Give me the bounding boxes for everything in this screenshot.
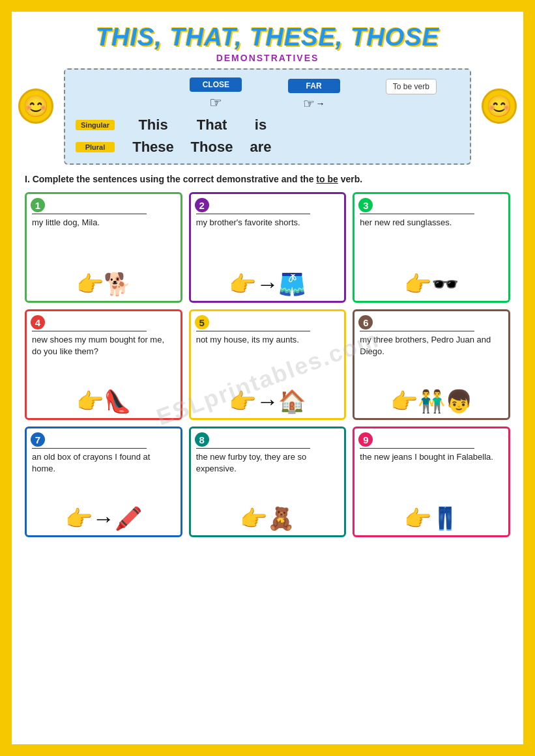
ex-text-7: an old box of crayons I found at home.: [32, 451, 175, 475]
ex-image-3: 👉🕶️: [360, 234, 503, 297]
close-label: CLOSE: [203, 80, 229, 89]
tobe-label: To be verb: [393, 82, 429, 91]
ex-line-4: [32, 331, 147, 331]
ex-num-9: 9: [358, 432, 373, 447]
exercise-card-1: 1 my little dog, Mila. 👉🐕: [25, 192, 182, 303]
demo-table: CLOSE ☞ FAR ☞ → To be verb: [64, 68, 471, 165]
shoes-icon: 👉👠: [76, 388, 131, 414]
house-icon: 👉→🏠: [229, 388, 306, 414]
plural-badge: Plural: [76, 142, 115, 152]
instruction-text: I. Complete the sentences using the corr…: [25, 174, 510, 184]
ex-num-7: 7: [31, 432, 45, 447]
demo-row-plural: Plural These Those are: [76, 139, 459, 156]
ex-line-8: [196, 448, 311, 449]
hand-point-icon: ☞: [209, 94, 222, 111]
ex-text-9: the new jeans I bought in Falabella.: [360, 451, 503, 463]
ex-num-4: 4: [31, 315, 45, 329]
brothers-icon: 👉👬👦: [390, 388, 472, 414]
ex-line-3: [360, 214, 474, 214]
hand-arrow-icon: ☞ →: [303, 96, 325, 111]
those-word: Those: [182, 139, 241, 156]
tobe-card: To be verb: [386, 79, 437, 94]
ex-text-2: my brother's favorite shorts.: [196, 217, 340, 229]
ex-image-2: 👉→🩳: [196, 234, 340, 297]
ex-image-8: 👉🧸: [196, 480, 340, 531]
ex-line-7: [32, 448, 147, 449]
exercise-card-6: 6 my three brothers, Pedro Juan and Dieg…: [353, 309, 510, 420]
ex-text-6: my three brothers, Pedro Juan and Diego.: [360, 334, 503, 357]
far-label: FAR: [306, 81, 322, 91]
exercise-card-2: 2 my brother's favorite shorts. 👉→🩳: [189, 192, 347, 303]
ex-text-1: my little dog, Mila.: [32, 217, 175, 229]
ex-image-7: 👉→🖍️: [32, 480, 175, 531]
icon-col-close: CLOSE ☞: [190, 77, 242, 111]
smiley-right: 😊: [482, 89, 517, 124]
exercise-card-4: 4 new shoes my mum bought for me, do you…: [25, 309, 182, 420]
ex-text-4: new shoes my mum bought for me, do you l…: [32, 334, 175, 357]
this-word: This: [124, 117, 182, 133]
ex-num-8: 8: [195, 432, 209, 447]
ex-num-6: 6: [358, 315, 373, 329]
shorts-icon: 👉→🩳: [229, 271, 306, 297]
far-card: FAR: [288, 79, 340, 93]
smiley-left: 😊: [18, 89, 53, 124]
are-word: are: [241, 139, 280, 156]
dog-icon: 👉🐕: [76, 271, 131, 297]
exercise-grid: 1 my little dog, Mila. 👉🐕 2 my brother's…: [25, 192, 510, 537]
ex-image-6: 👉👬👦: [360, 363, 503, 414]
ex-line-9: [360, 448, 474, 449]
crayons-icon: 👉→🖍️: [65, 505, 142, 531]
these-word: These: [124, 139, 182, 156]
ex-num-1: 1: [31, 198, 45, 212]
ex-image-9: 👉👖: [360, 468, 503, 531]
exercise-card-9: 9 the new jeans I bought in Falabella. 👉…: [353, 427, 510, 537]
sunglasses-icon: 👉🕶️: [404, 271, 459, 297]
ex-line-5: [196, 331, 311, 331]
furby-icon: 👉🧸: [240, 505, 295, 531]
jeans-icon: 👉👖: [404, 505, 459, 531]
ex-num-3: 3: [358, 198, 373, 212]
ex-text-3: her new red sunglasses.: [360, 217, 503, 229]
icon-col-tobe: To be verb: [386, 79, 437, 111]
ex-text-8: the new furby toy, they are so expensive…: [196, 451, 340, 475]
exercise-card-8: 8 the new furby toy, they are so expensi…: [189, 427, 347, 537]
demo-icons-row: CLOSE ☞ FAR ☞ → To be verb: [76, 77, 459, 111]
ex-image-1: 👉🐕: [32, 234, 175, 297]
main-title: THIS, THAT, THESE, THOSE: [96, 23, 439, 51]
ex-text-5: not my house, its my aunts.: [196, 334, 340, 346]
ex-line-1: [32, 214, 147, 214]
close-card: CLOSE: [190, 77, 242, 92]
that-word: That: [182, 117, 241, 133]
ex-num-2: 2: [195, 198, 209, 212]
is-word: is: [241, 117, 280, 133]
exercise-card-5: 5 not my house, its my aunts. 👉→🏠: [189, 309, 347, 420]
ex-image-5: 👉→🏠: [196, 351, 340, 414]
ex-line-2: [196, 214, 311, 214]
page: ESLprintables.com 😊 😊 THIS, THAT, THESE,…: [12, 12, 523, 744]
subtitle: DEMONSTRATIVES: [25, 53, 510, 63]
singular-badge: Singular: [76, 120, 115, 130]
exercise-card-7: 7 an old box of crayons I found at home.…: [25, 427, 182, 537]
exercise-card-3: 3 her new red sunglasses. 👉🕶️: [353, 192, 510, 303]
ex-image-4: 👉👠: [32, 363, 175, 414]
demo-row-singular: Singular This That is: [76, 117, 459, 133]
ex-num-5: 5: [195, 315, 209, 329]
title-row: THIS, THAT, THESE, THOSE: [25, 23, 510, 51]
icon-col-far: FAR ☞ →: [288, 79, 340, 111]
ex-line-6: [360, 331, 474, 331]
